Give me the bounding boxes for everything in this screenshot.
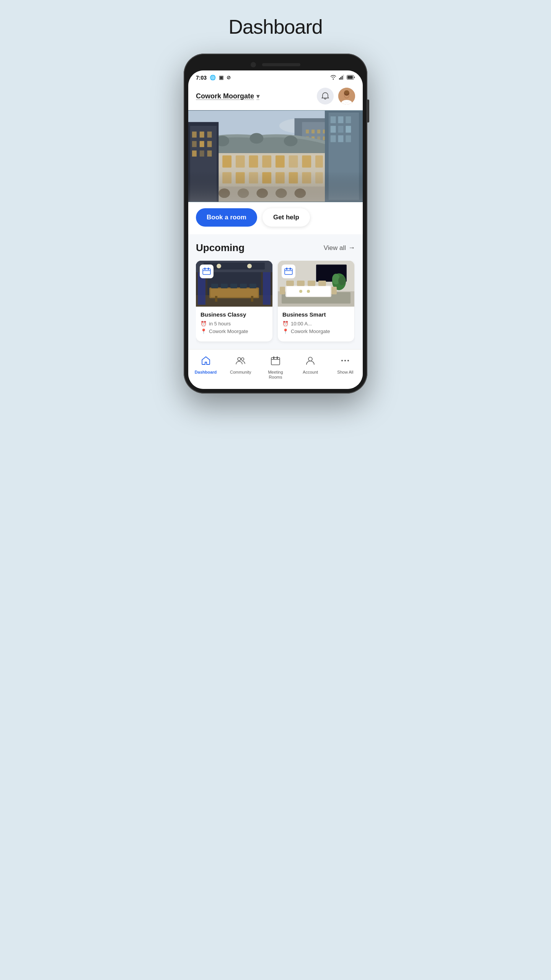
svg-rect-47: [236, 155, 245, 168]
svg-rect-46: [222, 155, 231, 168]
svg-point-136: [238, 358, 241, 361]
room-location-2: 📍 Cowork Moorgate: [282, 328, 350, 334]
upcoming-title: Upcoming: [196, 242, 245, 254]
room-time-label-2: 10:00 A...: [291, 321, 312, 327]
phone-top-bar: [188, 58, 363, 70]
user-avatar[interactable]: [338, 88, 355, 105]
nav-item-show-all[interactable]: Show All: [328, 354, 363, 381]
svg-rect-122: [318, 281, 326, 286]
svg-point-43: [284, 136, 298, 146]
svg-rect-102: [203, 269, 210, 274]
svg-rect-1: [341, 77, 342, 80]
nav-item-dashboard[interactable]: Dashboard: [188, 354, 223, 381]
room-name-2: Business Smart: [282, 311, 350, 318]
chevron-down-icon: ▾: [256, 93, 259, 100]
svg-point-143: [344, 360, 346, 361]
community-icon: [236, 356, 246, 368]
rooms-list: Business Classy ⏰ in 5 hours 📍 Cowork Mo…: [196, 261, 355, 345]
room-type-badge-1: [200, 265, 214, 278]
svg-point-10: [344, 90, 349, 94]
nav-item-account[interactable]: Account: [293, 354, 328, 381]
svg-rect-30: [331, 116, 336, 123]
status-left: 7:03 🌐 ▣ ⊘: [196, 75, 231, 81]
room-card-2[interactable]: Business Smart ⏰ 10:00 A... 📍 Cowork Moo…: [278, 261, 354, 341]
svg-rect-80: [200, 150, 204, 157]
svg-rect-49: [262, 155, 271, 168]
svg-rect-33: [331, 126, 336, 133]
svg-point-137: [241, 358, 244, 361]
notifications-button[interactable]: [317, 88, 334, 105]
nav-item-community[interactable]: Community: [223, 354, 258, 381]
svg-rect-0: [339, 78, 340, 80]
svg-rect-76: [192, 141, 197, 147]
svg-point-117: [299, 290, 302, 293]
room-time-2: ⏰ 10:00 A...: [282, 321, 350, 327]
room-card-1[interactable]: Business Classy ⏰ in 5 hours 📍 Cowork Mo…: [196, 261, 272, 341]
speaker-bar: [262, 63, 300, 66]
svg-rect-79: [192, 150, 197, 157]
svg-rect-52: [302, 155, 311, 168]
pin-icon-1: 📍: [201, 328, 207, 334]
svg-rect-100: [240, 284, 247, 288]
status-bar: 7:03 🌐 ▣ ⊘: [188, 70, 363, 83]
top-nav: Cowork Moorgate ▾: [188, 83, 363, 110]
nav-label-show-all: Show All: [337, 370, 353, 375]
room-type-badge-2: [282, 265, 295, 278]
svg-rect-50: [276, 155, 285, 168]
svg-rect-94: [210, 289, 258, 297]
wifi-icon: [330, 74, 337, 81]
room-info-2: Business Smart ⏰ 10:00 A... 📍 Cowork Moo…: [278, 307, 354, 341]
location-selector[interactable]: Cowork Moorgate ▾: [196, 92, 259, 100]
svg-rect-2: [342, 76, 343, 80]
battery-icon: [347, 75, 355, 81]
svg-rect-81: [207, 150, 212, 157]
svg-point-86: [217, 264, 221, 268]
svg-rect-36: [331, 135, 336, 142]
svg-rect-53: [315, 155, 323, 168]
svg-rect-74: [200, 132, 204, 138]
room-name-1: Business Classy: [201, 311, 268, 318]
svg-rect-73: [192, 132, 197, 138]
svg-rect-78: [207, 141, 212, 147]
svg-point-144: [347, 360, 349, 361]
globe-icon: 🌐: [210, 75, 216, 80]
nav-label-account: Account: [303, 370, 318, 375]
svg-rect-38: [346, 135, 351, 142]
nav-label-community: Community: [230, 370, 251, 375]
time-display: 7:03: [196, 75, 207, 81]
book-room-button[interactable]: Book a room: [196, 208, 257, 227]
svg-point-112: [338, 276, 346, 285]
status-right: [330, 74, 355, 81]
upcoming-header: Upcoming View all →: [196, 242, 355, 254]
svg-rect-126: [286, 268, 287, 270]
svg-rect-48: [249, 155, 258, 168]
no-disturb-icon: ⊘: [227, 75, 231, 80]
svg-rect-127: [290, 268, 291, 270]
room-time-1: ⏰ in 5 hours: [201, 321, 268, 327]
svg-point-87: [247, 264, 252, 268]
phone-frame: 7:03 🌐 ▣ ⊘: [184, 54, 367, 394]
signal-icon: [339, 74, 344, 81]
svg-rect-77: [200, 141, 204, 147]
get-help-button[interactable]: Get help: [262, 208, 310, 227]
svg-point-142: [341, 360, 343, 361]
home-icon: [201, 356, 211, 368]
svg-rect-121: [308, 281, 315, 286]
nav-item-meeting-rooms[interactable]: Meeting Rooms: [258, 354, 293, 381]
svg-rect-120: [297, 281, 305, 286]
action-buttons: Book a room Get help: [188, 202, 363, 234]
svg-rect-95: [215, 296, 217, 302]
svg-rect-104: [208, 268, 209, 270]
svg-point-118: [307, 290, 310, 293]
svg-rect-97: [211, 284, 218, 288]
clock-icon-1: ⏰: [201, 321, 207, 327]
room-image-2: [278, 261, 354, 307]
location-name: Cowork Moorgate: [196, 92, 254, 100]
svg-rect-125: [285, 269, 292, 274]
nav-label-meeting-rooms: Meeting Rooms: [268, 370, 283, 380]
svg-rect-51: [289, 155, 298, 168]
svg-rect-34: [338, 126, 344, 133]
view-all-button[interactable]: View all →: [324, 244, 355, 252]
svg-rect-75: [207, 132, 212, 138]
clock-icon-2: ⏰: [282, 321, 289, 327]
